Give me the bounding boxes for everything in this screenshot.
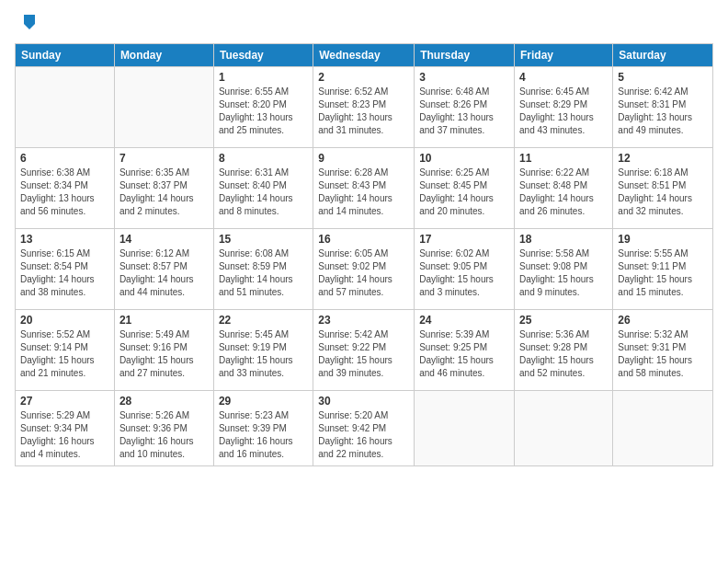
- calendar-cell: 12Sunrise: 6:18 AM Sunset: 8:51 PM Dayli…: [613, 147, 713, 228]
- day-info: Sunrise: 6:28 AM Sunset: 8:43 PM Dayligh…: [318, 167, 409, 218]
- day-number: 8: [219, 152, 308, 165]
- day-info: Sunrise: 5:26 AM Sunset: 9:36 PM Dayligh…: [119, 409, 209, 461]
- svg-marker-1: [24, 24, 35, 29]
- day-number: 24: [419, 314, 509, 327]
- day-number: 18: [519, 233, 608, 246]
- day-number: 23: [318, 314, 409, 327]
- calendar-cell: 28Sunrise: 5:26 AM Sunset: 9:36 PM Dayli…: [114, 390, 213, 465]
- calendar-cell: 17Sunrise: 6:02 AM Sunset: 9:05 PM Dayli…: [415, 228, 515, 309]
- day-info: Sunrise: 6:45 AM Sunset: 8:29 PM Dayligh…: [519, 86, 608, 137]
- calendar-cell: 15Sunrise: 6:08 AM Sunset: 8:59 PM Dayli…: [213, 228, 313, 309]
- calendar-cell: [16, 66, 115, 147]
- calendar-cell: 18Sunrise: 5:58 AM Sunset: 9:08 PM Dayli…: [515, 228, 613, 309]
- calendar-cell: 19Sunrise: 5:55 AM Sunset: 9:11 PM Dayli…: [613, 228, 713, 309]
- calendar-cell: 30Sunrise: 5:20 AM Sunset: 9:42 PM Dayli…: [313, 390, 415, 465]
- weekday-header-saturday: Saturday: [613, 43, 713, 66]
- day-number: 11: [519, 152, 608, 165]
- day-info: Sunrise: 6:08 AM Sunset: 8:59 PM Dayligh…: [219, 247, 308, 299]
- calendar-cell: 5Sunrise: 6:42 AM Sunset: 8:31 PM Daylig…: [613, 66, 713, 147]
- day-number: 12: [618, 152, 708, 165]
- day-info: Sunrise: 5:45 AM Sunset: 9:19 PM Dayligh…: [219, 328, 308, 380]
- day-info: Sunrise: 6:12 AM Sunset: 8:57 PM Dayligh…: [119, 247, 209, 299]
- day-info: Sunrise: 5:42 AM Sunset: 9:22 PM Dayligh…: [318, 328, 409, 380]
- calendar: SundayMondayTuesdayWednesdayThursdayFrid…: [15, 43, 713, 466]
- day-number: 19: [618, 233, 708, 246]
- header: [15, 11, 713, 36]
- week-row-1: 1Sunrise: 6:55 AM Sunset: 8:20 PM Daylig…: [16, 66, 713, 147]
- day-number: 27: [20, 395, 109, 408]
- calendar-cell: 11Sunrise: 6:22 AM Sunset: 8:48 PM Dayli…: [515, 147, 613, 228]
- calendar-cell: 9Sunrise: 6:28 AM Sunset: 8:43 PM Daylig…: [313, 147, 415, 228]
- week-row-5: 27Sunrise: 5:29 AM Sunset: 9:34 PM Dayli…: [16, 390, 713, 465]
- calendar-cell: 7Sunrise: 6:35 AM Sunset: 8:37 PM Daylig…: [114, 147, 213, 228]
- calendar-cell: 4Sunrise: 6:45 AM Sunset: 8:29 PM Daylig…: [515, 66, 613, 147]
- day-number: 30: [318, 395, 409, 408]
- calendar-cell: 27Sunrise: 5:29 AM Sunset: 9:34 PM Dayli…: [16, 390, 115, 465]
- day-info: Sunrise: 6:35 AM Sunset: 8:37 PM Dayligh…: [119, 167, 209, 218]
- day-info: Sunrise: 6:52 AM Sunset: 8:23 PM Dayligh…: [318, 86, 409, 137]
- day-number: 20: [20, 314, 109, 327]
- day-info: Sunrise: 6:25 AM Sunset: 8:45 PM Dayligh…: [419, 167, 509, 218]
- day-info: Sunrise: 5:20 AM Sunset: 9:42 PM Dayligh…: [318, 409, 409, 461]
- weekday-header-thursday: Thursday: [415, 43, 515, 66]
- day-number: 3: [419, 71, 509, 84]
- day-number: 13: [20, 233, 109, 246]
- page: SundayMondayTuesdayWednesdayThursdayFrid…: [0, 0, 728, 474]
- weekday-header-friday: Friday: [515, 43, 613, 66]
- day-number: 25: [519, 314, 608, 327]
- calendar-cell: [613, 390, 713, 465]
- day-info: Sunrise: 6:02 AM Sunset: 9:05 PM Dayligh…: [419, 247, 509, 299]
- calendar-cell: 26Sunrise: 5:32 AM Sunset: 9:31 PM Dayli…: [613, 309, 713, 390]
- day-number: 7: [119, 152, 209, 165]
- day-info: Sunrise: 6:05 AM Sunset: 9:02 PM Dayligh…: [318, 247, 409, 299]
- week-row-4: 20Sunrise: 5:52 AM Sunset: 9:14 PM Dayli…: [16, 309, 713, 390]
- day-number: 28: [119, 395, 209, 408]
- day-number: 17: [419, 233, 509, 246]
- calendar-cell: 1Sunrise: 6:55 AM Sunset: 8:20 PM Daylig…: [213, 66, 313, 147]
- calendar-cell: 29Sunrise: 5:23 AM Sunset: 9:39 PM Dayli…: [213, 390, 313, 465]
- day-number: 10: [419, 152, 509, 165]
- calendar-cell: 20Sunrise: 5:52 AM Sunset: 9:14 PM Dayli…: [16, 309, 115, 390]
- day-info: Sunrise: 6:18 AM Sunset: 8:51 PM Dayligh…: [618, 167, 708, 218]
- week-row-3: 13Sunrise: 6:15 AM Sunset: 8:54 PM Dayli…: [16, 228, 713, 309]
- calendar-cell: 8Sunrise: 6:31 AM Sunset: 8:40 PM Daylig…: [213, 147, 313, 228]
- calendar-cell: 13Sunrise: 6:15 AM Sunset: 8:54 PM Dayli…: [16, 228, 115, 309]
- day-info: Sunrise: 6:38 AM Sunset: 8:34 PM Dayligh…: [20, 167, 109, 218]
- weekday-header-wednesday: Wednesday: [313, 43, 415, 66]
- day-number: 29: [219, 395, 308, 408]
- day-number: 14: [119, 233, 209, 246]
- day-info: Sunrise: 5:29 AM Sunset: 9:34 PM Dayligh…: [20, 409, 109, 461]
- day-number: 9: [318, 152, 409, 165]
- calendar-cell: [515, 390, 613, 465]
- day-number: 6: [20, 152, 109, 165]
- day-number: 2: [318, 71, 409, 84]
- day-info: Sunrise: 6:15 AM Sunset: 8:54 PM Dayligh…: [20, 247, 109, 299]
- day-number: 5: [618, 71, 708, 84]
- logo-text: [15, 11, 37, 36]
- week-row-2: 6Sunrise: 6:38 AM Sunset: 8:34 PM Daylig…: [16, 147, 713, 228]
- calendar-cell: 24Sunrise: 5:39 AM Sunset: 9:25 PM Dayli…: [415, 309, 515, 390]
- day-info: Sunrise: 6:42 AM Sunset: 8:31 PM Dayligh…: [618, 86, 708, 137]
- day-info: Sunrise: 5:23 AM Sunset: 9:39 PM Dayligh…: [219, 409, 308, 461]
- day-number: 15: [219, 233, 308, 246]
- calendar-cell: 14Sunrise: 6:12 AM Sunset: 8:57 PM Dayli…: [114, 228, 213, 309]
- logo-icon: [17, 11, 37, 31]
- weekday-header-row: SundayMondayTuesdayWednesdayThursdayFrid…: [16, 43, 713, 66]
- day-info: Sunrise: 5:39 AM Sunset: 9:25 PM Dayligh…: [419, 328, 509, 380]
- calendar-cell: 25Sunrise: 5:36 AM Sunset: 9:28 PM Dayli…: [515, 309, 613, 390]
- calendar-cell: 2Sunrise: 6:52 AM Sunset: 8:23 PM Daylig…: [313, 66, 415, 147]
- day-number: 21: [119, 314, 209, 327]
- weekday-header-sunday: Sunday: [16, 43, 115, 66]
- day-info: Sunrise: 6:55 AM Sunset: 8:20 PM Dayligh…: [219, 86, 308, 137]
- calendar-cell: [114, 66, 213, 147]
- calendar-cell: 3Sunrise: 6:48 AM Sunset: 8:26 PM Daylig…: [415, 66, 515, 147]
- day-info: Sunrise: 6:22 AM Sunset: 8:48 PM Dayligh…: [519, 167, 608, 218]
- day-info: Sunrise: 5:49 AM Sunset: 9:16 PM Dayligh…: [119, 328, 209, 380]
- calendar-cell: 23Sunrise: 5:42 AM Sunset: 9:22 PM Dayli…: [313, 309, 415, 390]
- day-info: Sunrise: 6:48 AM Sunset: 8:26 PM Dayligh…: [419, 86, 509, 137]
- day-info: Sunrise: 5:55 AM Sunset: 9:11 PM Dayligh…: [618, 247, 708, 299]
- day-number: 22: [219, 314, 308, 327]
- calendar-cell: 6Sunrise: 6:38 AM Sunset: 8:34 PM Daylig…: [16, 147, 115, 228]
- day-number: 1: [219, 71, 308, 84]
- day-info: Sunrise: 5:52 AM Sunset: 9:14 PM Dayligh…: [20, 328, 109, 380]
